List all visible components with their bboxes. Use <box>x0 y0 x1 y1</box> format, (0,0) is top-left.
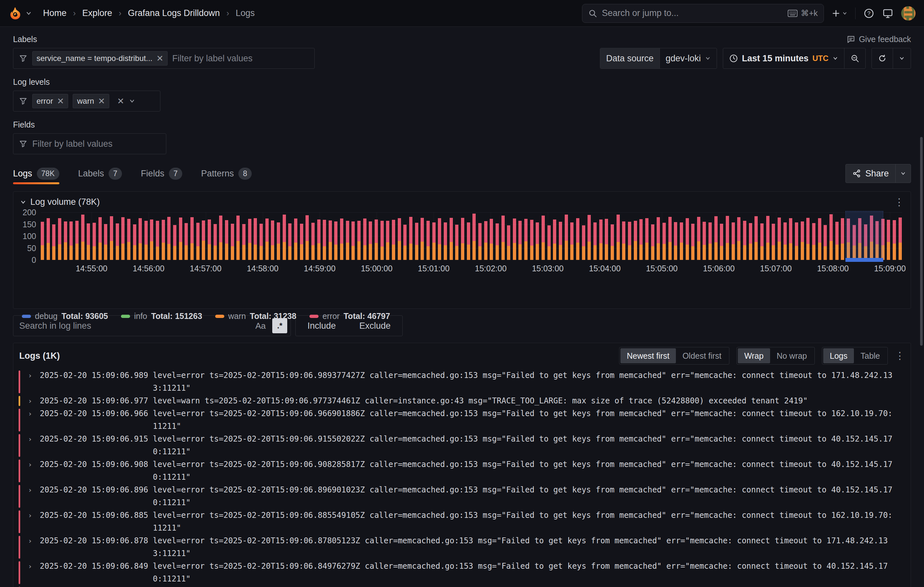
tab-fields[interactable]: Fields7 <box>141 168 182 186</box>
warn-bar-segment <box>363 245 366 260</box>
fields-filter-box[interactable] <box>13 133 166 154</box>
log-level-indicator-error <box>18 485 20 508</box>
fields-filter-input[interactable] <box>32 139 161 149</box>
expand-log-chevron-icon[interactable]: › <box>24 534 36 547</box>
refresh-interval-select[interactable] <box>893 48 911 68</box>
share-button[interactable]: Share <box>846 164 895 183</box>
volume-bar <box>167 217 170 260</box>
news-monitor-button[interactable] <box>882 8 893 19</box>
log-row[interactable]: ›2025-02-20 15:09:06.908level=error ts=2… <box>13 458 911 484</box>
log-row[interactable]: ›2025-02-20 15:09:06.845level=error ts=2… <box>13 585 911 587</box>
expand-log-chevron-icon[interactable]: › <box>24 560 36 573</box>
expand-log-chevron-icon[interactable]: › <box>24 407 36 420</box>
log-levels-filter-box[interactable]: error✕warn✕ ✕ <box>13 91 160 112</box>
label-filter-chip[interactable]: service_name = tempo-distribut... ✕ <box>32 51 168 66</box>
legend-item-warn[interactable]: warnTotal: 31238 <box>215 311 296 321</box>
legend-item-error[interactable]: errorTotal: 46797 <box>309 311 390 321</box>
add-new-button[interactable] <box>832 9 847 18</box>
search-input[interactable] <box>602 8 783 18</box>
log-row[interactable]: ›2025-02-20 15:09:06.989level=error ts=2… <box>13 369 911 395</box>
log-row[interactable]: ›2025-02-20 15:09:06.915level=error ts=2… <box>13 433 911 458</box>
level-chip-text: warn <box>77 96 94 106</box>
volume-bar <box>381 221 384 260</box>
logs-panel: Logs (1K) Newest firstOldest first WrapN… <box>13 343 911 587</box>
log-row[interactable]: ›2025-02-20 15:09:06.885level=error ts=2… <box>13 509 911 534</box>
collapse-chevron-icon[interactable] <box>20 199 26 205</box>
label-filter-input[interactable] <box>172 53 309 64</box>
wrap-no-wrap[interactable]: No wrap <box>770 348 813 363</box>
y-tick-label: 150 <box>23 220 36 229</box>
expand-log-chevron-icon[interactable]: › <box>24 484 36 496</box>
remove-level-chip-icon[interactable]: ✕ <box>57 97 64 105</box>
expand-log-chevron-icon[interactable]: › <box>24 369 36 382</box>
tab-labels[interactable]: Labels7 <box>78 168 122 186</box>
expand-log-chevron-icon[interactable]: › <box>24 395 36 407</box>
warn-bar-segment <box>179 242 182 260</box>
labels-section-title: Labels <box>13 35 37 44</box>
error-bar-segment <box>691 224 695 246</box>
label-filter-box[interactable]: service_name = tempo-distribut... ✕ <box>13 48 315 69</box>
help-button[interactable]: ? <box>863 8 874 19</box>
view-table[interactable]: Table <box>854 348 886 363</box>
expand-log-chevron-icon[interactable]: › <box>24 458 36 471</box>
page-scrollbar[interactable] <box>920 137 923 346</box>
logs-panel-menu-icon[interactable]: ⋮ <box>895 353 905 359</box>
level-chip[interactable]: warn✕ <box>73 94 109 108</box>
breadcrumb-item[interactable]: Grafana Logs Drilldown <box>128 8 220 18</box>
log-row[interactable]: ›2025-02-20 15:09:06.849level=error ts=2… <box>13 560 911 585</box>
time-range-button[interactable]: Last 15 minutes UTC <box>723 48 844 68</box>
log-message: level=error ts=2025-02-20T15:09:06.96690… <box>153 407 893 433</box>
error-bar-segment <box>610 224 614 246</box>
level-chip[interactable]: error✕ <box>32 94 68 108</box>
tab-label: Labels <box>78 169 104 179</box>
legend-swatch <box>215 315 224 318</box>
tab-badge: 7 <box>109 168 122 180</box>
volume-bar <box>121 217 125 260</box>
clock-icon <box>729 54 738 63</box>
log-row[interactable]: ›2025-02-20 15:09:06.896level=error ts=2… <box>13 484 911 509</box>
volume-bar <box>674 222 677 260</box>
log-search-input[interactable] <box>19 321 249 331</box>
breadcrumb-item[interactable]: Explore <box>82 8 112 18</box>
global-search[interactable]: ⌘+k <box>582 4 824 23</box>
tab-label: Logs <box>13 169 32 179</box>
volume-bar <box>484 221 487 260</box>
wrap-wrap[interactable]: Wrap <box>738 348 770 363</box>
chevron-down-icon[interactable] <box>129 98 135 104</box>
grafana-logo-menu[interactable] <box>8 7 32 20</box>
give-feedback-link[interactable]: Give feedback <box>846 35 911 44</box>
sort-newest-first[interactable]: Newest first <box>620 348 676 363</box>
log-row[interactable]: ›2025-02-20 15:09:06.966level=error ts=2… <box>13 407 911 433</box>
warn-bar-segment <box>513 243 516 260</box>
avatar[interactable] <box>901 6 916 21</box>
legend-item-info[interactable]: infoTotal: 151263 <box>121 311 202 321</box>
sort-order-toggle: Newest firstOldest first <box>619 347 729 365</box>
log-row[interactable]: ›2025-02-20 15:09:06.977level=warn ts=20… <box>13 395 911 407</box>
refresh-button[interactable] <box>872 48 893 68</box>
volume-bar <box>754 216 758 260</box>
expand-log-chevron-icon[interactable]: › <box>24 585 36 587</box>
tab-patterns[interactable]: Patterns8 <box>201 168 252 186</box>
error-bar-segment <box>87 223 90 245</box>
tab-logs[interactable]: Logs78K <box>13 168 59 186</box>
warn-bar-segment <box>185 245 188 260</box>
remove-label-filter-icon[interactable]: ✕ <box>157 54 164 63</box>
datasource-value-select[interactable]: gdev-loki <box>660 48 717 68</box>
breadcrumb-item[interactable]: Logs <box>236 8 255 18</box>
share-dropdown-button[interactable] <box>895 164 911 183</box>
log-row[interactable]: ›2025-02-20 15:09:06.878level=error ts=2… <box>13 534 911 560</box>
panel-menu-icon[interactable]: ⋮ <box>894 199 904 205</box>
legend-item-debug[interactable]: debugTotal: 93605 <box>22 311 108 321</box>
sort-oldest-first[interactable]: Oldest first <box>676 348 728 363</box>
clear-levels-icon[interactable]: ✕ <box>117 97 124 105</box>
warn-bar-segment <box>190 243 194 260</box>
error-bar-segment <box>225 220 228 244</box>
warn-bar-segment <box>283 242 286 260</box>
remove-level-chip-icon[interactable]: ✕ <box>98 97 105 105</box>
view-logs[interactable]: Logs <box>823 348 854 363</box>
expand-log-chevron-icon[interactable]: › <box>24 509 36 522</box>
zoom-out-time-button[interactable] <box>844 48 865 68</box>
expand-log-chevron-icon[interactable]: › <box>24 433 36 445</box>
breadcrumb-item[interactable]: Home <box>43 8 66 18</box>
error-bar-segment <box>536 222 539 244</box>
